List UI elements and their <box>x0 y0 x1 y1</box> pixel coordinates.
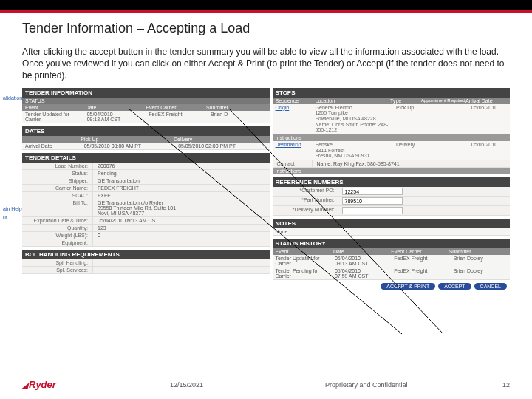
accept-print-button[interactable]: ACCEPT & PRINT <box>381 283 435 290</box>
dates-row: Arrival Date05/05/2010 08:00 AM PT05/05/… <box>22 143 270 150</box>
accept-button[interactable]: ACCEPT <box>438 283 471 290</box>
part-number-field[interactable]: 789510 <box>342 197 403 205</box>
detail-row: Quantity:123 <box>22 225 270 232</box>
instructions-hdr: Instructions <box>273 134 510 141</box>
side-link-fragment: ain Help <box>3 206 22 211</box>
history-row: Tender Updated for Carrier05/04/2010 09:… <box>273 255 510 267</box>
instructions-hdr: Instructions <box>273 168 510 174</box>
stop-destination-link[interactable]: Destination <box>273 141 313 160</box>
stop-row: Origin General Electric 1265 Turnpike Fo… <box>273 104 510 134</box>
stops-columns: Sequence Location Type Appointment Requi… <box>273 98 510 104</box>
section-tender-details: TENDER DETAILS <box>22 153 270 163</box>
status-row: Tender Updated for Carrier 05/04/201009:… <box>22 111 270 123</box>
ref-row: *Part Number:789510 <box>273 197 510 206</box>
section-stops: STOPS <box>273 88 510 98</box>
right-panel: STOPS Sequence Location Type Appointment… <box>273 88 510 293</box>
section-history: STATUS HISTORY <box>273 239 510 248</box>
detail-row: Status:Pending <box>22 170 270 177</box>
detail-row: Bill To:GE Transportation c/o Ryder 3955… <box>22 200 270 217</box>
status-columns: EventDateEvent CarrierSubmitter <box>22 104 270 111</box>
footer-date: 12/15/2021 <box>170 381 203 389</box>
footer-page-number: 12 <box>502 381 510 389</box>
section-bol: BOL HANDLING REQUIREMENTS <box>22 250 270 259</box>
stop-row: Destination Penske 3311 Forrest Fresno, … <box>273 141 510 160</box>
footer-confidential: Proprietary and Confidential <box>325 381 408 389</box>
detail-row: Equipment: <box>22 239 270 247</box>
section-notes: NOTES <box>273 219 510 228</box>
section-status: STATUS <box>22 98 270 104</box>
action-buttons: ACCEPT & PRINT ACCEPT CANCEL <box>273 280 510 293</box>
ref-row: *Customer PO:12254 <box>273 187 510 197</box>
history-row: Tender Pending for Carrier05/04/2010 07:… <box>273 267 510 280</box>
detail-row: Carrier Name:FEDEX FREIGHT <box>22 185 270 192</box>
section-tender-info: TENDER INFORMATION <box>22 88 270 98</box>
slide-paragraph: After clicking the accept button in the … <box>22 46 510 82</box>
contact-row: ContactName: Ray King Fax: 586-585-8741 <box>273 160 510 168</box>
slide-body: Tender Information – Accepting a Load Af… <box>0 13 532 293</box>
detail-row: Expiration Date & Time:05/04/2010 09:13 … <box>22 217 270 225</box>
slide-footer: Ryder 12/15/2021 Proprietary and Confide… <box>22 379 510 390</box>
left-panel: TENDER INFORMATION STATUS EventDateEvent… <box>22 88 270 293</box>
app-screenshot: alidation ain Help ut TENDER INFORMATION… <box>22 88 510 293</box>
detail-row: Load Number:200076 <box>22 163 270 170</box>
section-dates: DATES <box>22 126 270 136</box>
side-link-fragment: alidation <box>3 95 22 100</box>
section-reference: REFERENCE NUMBERS <box>273 177 510 187</box>
dates-columns: Pick UpDelivery <box>22 136 270 143</box>
delivery-number-field[interactable] <box>342 207 403 214</box>
detail-row: Shipper:GE Transportation <box>22 177 270 185</box>
stop-origin-link[interactable]: Origin <box>273 104 313 134</box>
customer-po-field[interactable]: 12254 <box>342 188 403 195</box>
cancel-button[interactable]: CANCEL <box>474 283 507 290</box>
ref-row: *Delivery Number: <box>273 206 510 216</box>
detail-row: Weight (LBS):0 <box>22 232 270 239</box>
ryder-logo: Ryder <box>22 379 56 390</box>
slide-top-bar <box>0 0 532 13</box>
bol-row: Spl. Services: <box>22 267 270 274</box>
slide-title: Tender Information – Accepting a Load <box>22 21 510 38</box>
history-columns: EventDateEvent CarrierSubmitter <box>273 248 510 255</box>
bol-row: Spl. Handling: <box>22 259 270 267</box>
detail-row: SCAC:FXFE <box>22 192 270 200</box>
side-link-fragment: ut <box>3 215 7 220</box>
notes-row: None <box>273 228 510 236</box>
